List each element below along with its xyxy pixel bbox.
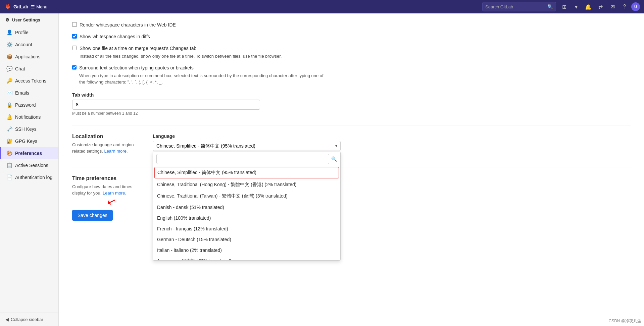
checkbox-surround-text[interactable] — [72, 65, 77, 70]
sidebar-label-applications: Applications — [15, 54, 41, 59]
sidebar-label-active-sessions: Active Sessions — [15, 163, 48, 168]
sidebar-icon-chat: 💬 — [6, 66, 12, 72]
sidebar-label-password: Password — [15, 102, 36, 108]
sidebar-icon-password: 🔒 — [6, 102, 12, 108]
localization-label: Localization Customize language and regi… — [72, 133, 139, 156]
sidebar-item-notifications[interactable]: 🔔Notifications — [0, 111, 58, 123]
collapse-icon: ◀ — [5, 317, 9, 322]
language-label: Language — [153, 133, 341, 139]
tab-width-group: Tab width Must be a number between 1 and… — [72, 92, 260, 116]
navbar: GitLab ☰ Menu 🔍 ⊞ ▾ 🔔 ⇄ ✉ ? U — [0, 0, 644, 13]
language-list[interactable]: Chinese, Simplified - 简体中文 (95% translat… — [153, 166, 340, 260]
sidebar-label-notifications: Notifications — [15, 114, 41, 120]
language-dropdown[interactable]: 🔍 Chinese, Simplified - 简体中文 (95% transl… — [153, 152, 341, 261]
sidebar-label-preferences: Preferences — [15, 151, 42, 156]
tab-width-input[interactable] — [72, 100, 260, 110]
tab-width-help: Must be a number between 1 and 12 — [72, 111, 260, 116]
lang-option-da[interactable]: Danish - dansk (51% translated) — [153, 202, 340, 213]
sidebar-label-gpg-keys: GPG Keys — [15, 139, 37, 144]
watermark: CSDN @净夜凡尘 — [608, 318, 641, 324]
sidebar-item-chat[interactable]: 💬Chat — [0, 63, 58, 75]
menu-icon: ☰ — [31, 4, 35, 9]
sidebar-label-auth-log: Authentication log — [15, 175, 52, 180]
tab-width-section: Tab width Must be a number between 1 and… — [72, 92, 260, 116]
language-search-icon: 🔍 — [331, 156, 337, 162]
sidebar-icon-active-sessions: 📋 — [6, 162, 12, 168]
checkbox-render-whitespace[interactable] — [72, 22, 77, 27]
sidebar-item-auth-log[interactable]: 📄Authentication log — [0, 171, 58, 183]
main-content: Render whitespace characters in the Web … — [59, 13, 644, 326]
layout: ⚙ User Settings 👤Profile⚙️Account📦Applic… — [0, 13, 644, 326]
sidebar-icon-emails: ✉️ — [6, 90, 12, 96]
localization-description: Customize language and region related se… — [72, 142, 139, 155]
sidebar-label-chat: Chat — [15, 66, 25, 71]
checkbox-help-one-file: Instead of all the files changed, show o… — [80, 53, 282, 60]
language-search-input[interactable] — [156, 154, 329, 164]
sidebar-item-emails[interactable]: ✉️Emails — [0, 87, 58, 99]
localization-content: Language Chinese, Simplified - 简体中文 (95%… — [153, 133, 341, 156]
merge-request-button[interactable]: ⇄ — [595, 1, 606, 12]
sidebar-item-profile[interactable]: 👤Profile — [0, 26, 58, 39]
lang-option-ja[interactable]: Japanese - 日本語 (35% translated) — [153, 256, 340, 260]
tab-width-label: Tab width — [72, 92, 260, 98]
checkbox-label-one-file[interactable]: Show one file at a time on merge request… — [80, 46, 196, 51]
search-input[interactable] — [485, 4, 545, 9]
checkbox-label-render-whitespace[interactable]: Render whitespace characters in the Web … — [80, 22, 176, 28]
language-select-wrapper: Chinese, Simplified - 简体中文 (95% translat… — [153, 141, 341, 151]
save-button-wrapper: Save changes ↙ — [72, 210, 113, 221]
help-button[interactable]: ? — [619, 1, 630, 12]
save-changes-button[interactable]: Save changes — [72, 210, 113, 221]
section-divider — [72, 125, 631, 125]
user-avatar[interactable]: U — [631, 2, 640, 11]
checkbox-row-surround-text: Surround text selection when typing quot… — [72, 64, 327, 86]
sidebar-item-password[interactable]: 🔒Password — [0, 99, 58, 111]
sidebar-item-access-tokens[interactable]: 🔑Access Tokens — [0, 75, 58, 87]
sidebar-item-gpg-keys[interactable]: 🔐GPG Keys — [0, 135, 58, 147]
lang-option-fr[interactable]: French - français (12% translated) — [153, 223, 340, 234]
sidebar-label-emails: Emails — [15, 90, 29, 96]
sidebar-label-profile: Profile — [15, 30, 29, 35]
todo-icon-button[interactable]: 🔔 — [583, 1, 594, 12]
issues-button[interactable]: ✉ — [607, 1, 618, 12]
lang-option-it[interactable]: Italian - italiano (2% translated) — [153, 245, 340, 256]
localization-section: Localization Customize language and regi… — [72, 133, 631, 156]
code-icon-button[interactable]: ⊞ — [559, 1, 569, 12]
sidebar-label-ssh-keys: SSH Keys — [15, 126, 37, 132]
lang-option-zh-cn[interactable]: Chinese, Simplified - 简体中文 (95% translat… — [154, 167, 339, 178]
menu-button[interactable]: ☰ Menu — [31, 4, 47, 9]
sidebar-label-access-tokens: Access Tokens — [15, 78, 46, 84]
localization-learn-more[interactable]: Learn more. — [104, 149, 128, 154]
checkbox-show-whitespace[interactable] — [72, 34, 77, 39]
sidebar-item-applications[interactable]: 📦Applications — [0, 51, 58, 63]
sidebar-icon-auth-log: 📄 — [6, 174, 12, 180]
time-pref-learn-more[interactable]: Learn more. — [103, 191, 126, 196]
lang-option-zh-hk[interactable]: Chinese, Traditional (Hong Kong) - 繁體中文 … — [153, 179, 340, 191]
sidebar-item-active-sessions[interactable]: 📋Active Sessions — [0, 159, 58, 171]
search-icon: 🔍 — [547, 4, 553, 9]
checkbox-row-one-file: Show one file at a time on merge request… — [72, 45, 327, 60]
sidebar-item-ssh-keys[interactable]: 🗝️SSH Keys — [0, 123, 58, 135]
brand: GitLab — [4, 3, 28, 10]
sidebar-item-account[interactable]: ⚙️Account — [0, 39, 58, 51]
sidebar-icon-applications: 📦 — [6, 54, 12, 60]
localization-title: Localization — [72, 133, 139, 140]
sidebar-item-preferences[interactable]: 🎨Preferences — [0, 147, 58, 159]
navbar-search[interactable]: 🔍 — [482, 2, 556, 11]
sidebar: ⚙ User Settings 👤Profile⚙️Account📦Applic… — [0, 13, 59, 326]
checkbox-label-surround-text[interactable]: Surround text selection when typing quot… — [79, 65, 194, 70]
language-group: Language Chinese, Simplified - 简体中文 (95%… — [153, 133, 341, 151]
lang-option-zh-tw[interactable]: Chinese, Traditional (Taiwan) - 繁體中文 (台灣… — [153, 191, 340, 202]
collapse-sidebar-button[interactable]: ◀ Collapse sidebar — [0, 313, 58, 326]
sidebar-nav: 👤Profile⚙️Account📦Applications💬Chat🔑Acce… — [0, 26, 58, 313]
language-search-wrapper: 🔍 — [153, 152, 340, 166]
sidebar-icon-preferences: 🎨 — [6, 150, 12, 156]
brand-name: GitLab — [13, 4, 28, 9]
checkbox-one-file[interactable] — [72, 46, 77, 50]
language-select[interactable]: Chinese, Simplified - 简体中文 (95% translat… — [153, 141, 341, 151]
lang-option-en[interactable]: English (100% translated) — [153, 213, 340, 223]
lang-option-de[interactable]: German - Deutsch (15% translated) — [153, 234, 340, 245]
time-pref-description: Configure how dates and times display fo… — [72, 183, 139, 197]
checkbox-label-show-whitespace[interactable]: Show whitespace changes in diffs — [80, 34, 150, 39]
sidebar-icon-access-tokens: 🔑 — [6, 78, 12, 84]
dropdown-button[interactable]: ▾ — [571, 1, 582, 12]
